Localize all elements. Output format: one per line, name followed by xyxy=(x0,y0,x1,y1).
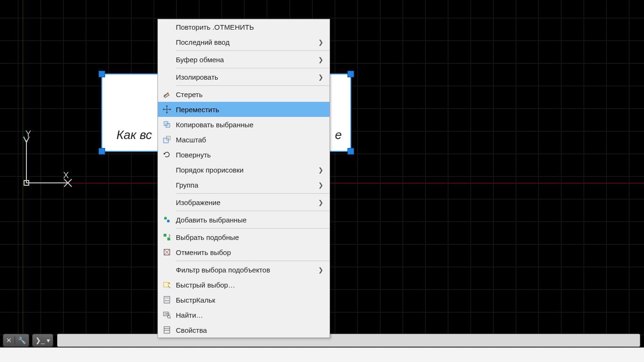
submenu-arrow-icon: ❯ xyxy=(318,39,325,46)
menu-item[interactable]: Буфер обмена❯ xyxy=(158,52,330,67)
props-icon xyxy=(158,326,176,334)
desel-icon xyxy=(158,248,176,256)
svg-marker-15 xyxy=(163,108,164,110)
menu-item[interactable]: Группа❯ xyxy=(158,177,330,192)
menu-item-label: Отменить выбор xyxy=(176,248,318,256)
svg-marker-16 xyxy=(170,108,171,110)
image-caption-right: е xyxy=(335,128,342,142)
svg-rect-19 xyxy=(164,138,168,143)
svg-point-33 xyxy=(165,300,166,301)
menu-item[interactable]: Переместить xyxy=(158,102,330,117)
ucs-icon: X Y xyxy=(23,132,79,189)
svg-point-35 xyxy=(168,300,169,301)
menu-item[interactable]: Быстрый выбор… xyxy=(158,277,330,292)
svg-rect-25 xyxy=(167,238,170,240)
grip-top-left[interactable] xyxy=(99,71,105,77)
command-input[interactable] xyxy=(57,334,640,347)
menu-item[interactable]: Последний ввод❯ xyxy=(158,34,330,49)
grip-bottom-right[interactable] xyxy=(347,148,354,155)
grip-top-right[interactable] xyxy=(347,71,354,77)
menu-item-label: Свойства xyxy=(176,326,318,334)
menu-separator xyxy=(176,228,330,229)
menu-separator xyxy=(176,261,330,261)
submenu-arrow-icon: ❯ xyxy=(318,56,325,63)
menu-item[interactable]: Свойства xyxy=(158,322,330,337)
menu-separator xyxy=(176,50,330,51)
menu-item-label: Повторить .ОТМЕНИТЬ xyxy=(176,23,318,31)
svg-line-39 xyxy=(170,318,171,319)
menu-item-label: Стереть xyxy=(176,90,318,99)
menu-item[interactable]: Выбрать подобные xyxy=(158,230,330,245)
menu-item-label: Добавить выбранные xyxy=(176,216,318,224)
menu-item[interactable]: Стереть xyxy=(158,87,330,102)
svg-point-22 xyxy=(164,217,167,220)
submenu-arrow-icon: ❯ xyxy=(318,166,325,173)
svg-rect-32 xyxy=(165,297,169,299)
scale-icon xyxy=(158,135,176,144)
menu-separator xyxy=(176,211,330,211)
menu-separator xyxy=(176,85,330,86)
submenu-arrow-icon: ❯ xyxy=(318,181,325,189)
menu-item-label: Переместить xyxy=(176,106,318,114)
command-prompt-toggle[interactable]: ❯_ ▾ xyxy=(32,334,53,347)
image-caption-left: Как вс xyxy=(116,128,152,142)
svg-point-30 xyxy=(168,282,170,284)
svg-marker-13 xyxy=(166,105,168,107)
menu-item[interactable]: БыстрКальк xyxy=(158,292,330,307)
svg-text:ABC: ABC xyxy=(165,313,171,315)
context-menu[interactable]: Повторить .ОТМЕНИТЬПоследний ввод❯Буфер … xyxy=(157,19,330,338)
menu-item-label: Группа xyxy=(176,181,318,189)
menu-item-label: Изображение xyxy=(176,198,318,206)
rotate-icon xyxy=(158,150,176,159)
ucs-x-label: X xyxy=(63,171,69,181)
move-icon xyxy=(158,105,176,114)
menu-item[interactable]: Отменить выбор xyxy=(158,245,330,260)
menu-item-label: Фильтр выбора подобъектов xyxy=(176,266,318,274)
menu-item[interactable]: Добавить выбранные xyxy=(158,212,330,227)
submenu-arrow-icon: ❯ xyxy=(318,74,325,81)
svg-point-34 xyxy=(166,300,167,301)
menu-item-label: Найти… xyxy=(176,311,318,319)
grip-bottom-left[interactable] xyxy=(99,148,105,155)
menu-separator xyxy=(176,68,330,68)
copy-icon xyxy=(158,120,176,129)
sel-similar-icon xyxy=(158,233,176,241)
menu-item[interactable]: Изолировать❯ xyxy=(158,69,330,84)
menu-item-label: Изолировать xyxy=(176,73,318,81)
svg-rect-40 xyxy=(164,327,170,333)
svg-rect-24 xyxy=(164,234,166,237)
menu-item-label: Выбрать подобные xyxy=(176,233,318,241)
wrench-icon[interactable]: 🔧 xyxy=(18,337,26,344)
menu-item-label: Повернуть xyxy=(176,151,318,159)
svg-point-23 xyxy=(167,220,170,222)
qselect-icon xyxy=(158,280,176,289)
close-icon[interactable]: ✕ xyxy=(6,337,12,344)
menu-item[interactable]: Копировать выбранные xyxy=(158,117,330,132)
menu-item[interactable]: Повернуть xyxy=(158,147,330,162)
status-bar xyxy=(0,347,644,362)
calc-icon xyxy=(158,296,176,304)
submenu-arrow-icon: ❯ xyxy=(318,266,325,273)
menu-item-label: Последний ввод xyxy=(176,38,318,46)
menu-item[interactable]: Изображение❯ xyxy=(158,195,330,210)
menu-item[interactable]: Порядок прорисовки❯ xyxy=(158,162,330,177)
menu-item-label: Порядок прорисовки xyxy=(176,166,318,174)
submenu-arrow-icon: ❯ xyxy=(318,199,325,206)
menu-separator xyxy=(176,193,330,194)
menu-item-label: Буфер обмена xyxy=(176,56,318,64)
svg-marker-14 xyxy=(166,112,168,114)
svg-rect-29 xyxy=(164,282,168,287)
add-sel-icon xyxy=(158,215,176,224)
menu-item[interactable]: Фильтр выбора подобъектов❯ xyxy=(158,262,330,277)
menu-item-label: Быстрый выбор… xyxy=(176,281,318,289)
axis-x-line xyxy=(23,183,644,183)
find-icon: ABC xyxy=(158,311,176,319)
menu-item[interactable]: ABCНайти… xyxy=(158,307,330,322)
menu-item-label: Масштаб xyxy=(176,136,318,144)
command-line-controls[interactable]: ✕ 🔧 xyxy=(3,334,29,347)
erase-icon xyxy=(158,90,176,99)
ucs-y-label: Y xyxy=(25,129,31,139)
prompt-icon: ❯_ xyxy=(35,337,45,344)
menu-item[interactable]: Повторить .ОТМЕНИТЬ xyxy=(158,19,330,34)
menu-item[interactable]: Масштаб xyxy=(158,132,330,147)
